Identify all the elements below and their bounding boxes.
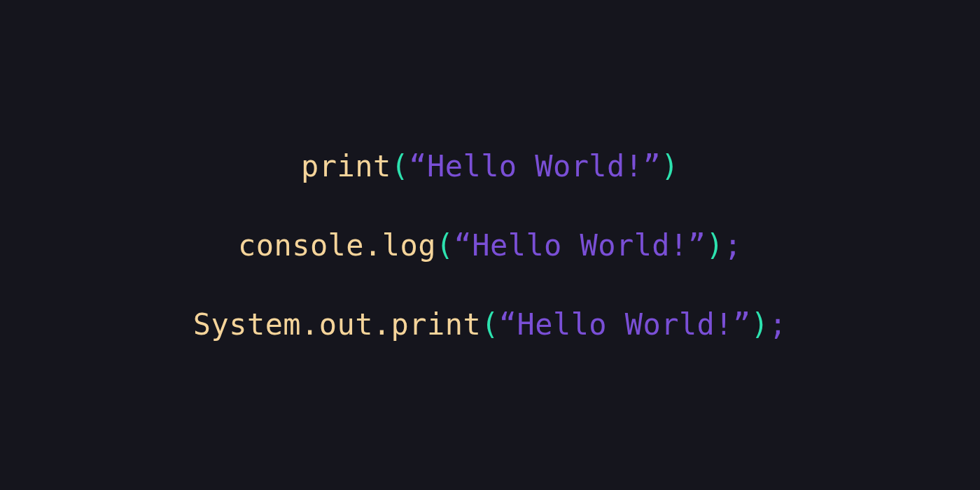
semicolon: ;	[769, 307, 787, 342]
string-literal: “Hello World!”	[409, 149, 661, 183]
code-line-java: System.out.print(“Hello World!”);	[193, 307, 787, 342]
string-literal: “Hello World!”	[499, 307, 751, 342]
function-name: System.out.print	[193, 307, 481, 342]
code-line-python: print(“Hello World!”)	[301, 149, 679, 183]
close-paren: )	[706, 228, 724, 262]
open-paren: (	[481, 307, 499, 342]
code-line-javascript: console.log(“Hello World!”);	[238, 228, 742, 262]
close-paren: )	[661, 149, 679, 183]
function-name: console.log	[238, 228, 436, 262]
open-paren: (	[436, 228, 454, 262]
semicolon: ;	[724, 228, 742, 262]
function-name: print	[301, 149, 391, 183]
string-literal: “Hello World!”	[454, 228, 706, 262]
close-paren: )	[751, 307, 769, 342]
open-paren: (	[391, 149, 410, 183]
